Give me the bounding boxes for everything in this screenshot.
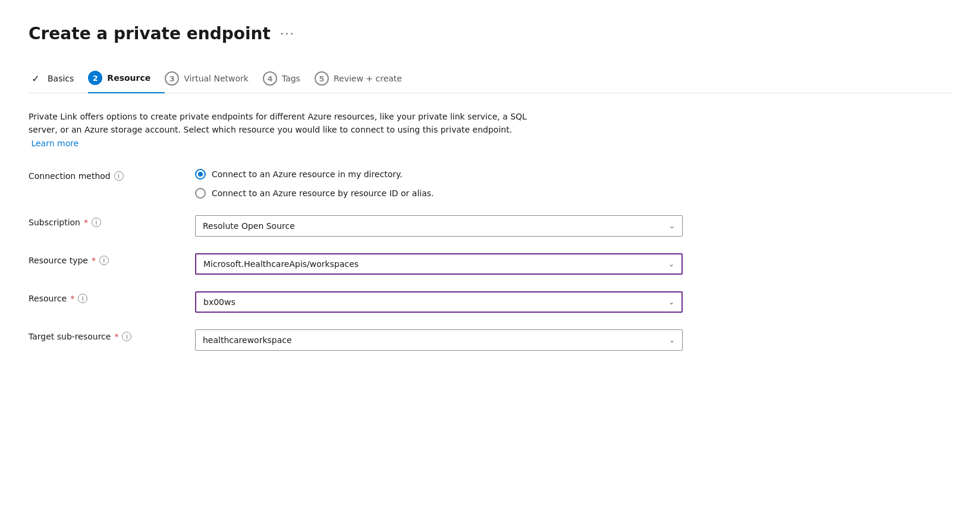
resource-chevron-icon: ⌄: [668, 298, 674, 306]
page-description: Private Link offers options to create pr…: [29, 110, 540, 150]
steps-navigation: ✓ Basics 2 Resource 3 Virtual Network 4 …: [29, 65, 951, 93]
description-text: Private Link offers options to create pr…: [29, 112, 527, 134]
step-review-create[interactable]: 5 Review + create: [315, 65, 416, 93]
resource-label: Resource: [29, 294, 67, 303]
subscription-chevron-icon: ⌄: [669, 222, 675, 230]
subscription-control: Resolute Open Source ⌄: [195, 215, 683, 237]
connection-method-info-icon[interactable]: i: [114, 171, 124, 181]
step-badge-basics: ✓: [29, 71, 43, 86]
connection-method-label-col: Connection method i: [29, 169, 195, 181]
radio-dot-directory: [198, 172, 203, 177]
subscription-select[interactable]: Resolute Open Source ⌄: [195, 215, 683, 237]
subscription-required-star: *: [84, 218, 88, 227]
radio-circle-directory: [195, 169, 206, 180]
step-label-basics: Basics: [48, 74, 74, 83]
radio-label-resource-id: Connect to an Azure resource by resource…: [212, 188, 434, 198]
subscription-value: Resolute Open Source: [203, 221, 295, 231]
resource-type-info-icon[interactable]: i: [99, 256, 109, 265]
resource-type-required-star: *: [92, 256, 96, 265]
step-label-review-create: Review + create: [334, 74, 402, 83]
subscription-row: Subscription * i Resolute Open Source ⌄: [29, 215, 683, 237]
learn-more-link[interactable]: Learn more: [31, 139, 78, 148]
resource-value: bx00ws: [203, 297, 235, 307]
resource-type-label-col: Resource type * i: [29, 253, 195, 265]
subscription-info-icon[interactable]: i: [92, 218, 101, 227]
target-sub-resource-select[interactable]: healthcareworkspace ⌄: [195, 329, 683, 351]
target-sub-resource-label-col: Target sub-resource * i: [29, 329, 195, 341]
step-label-virtual-network: Virtual Network: [184, 74, 249, 83]
radio-circle-resource-id: [195, 188, 206, 199]
resource-required-star: *: [70, 294, 74, 303]
step-label-tags: Tags: [282, 74, 300, 83]
target-sub-resource-row: Target sub-resource * i healthcareworksp…: [29, 329, 683, 351]
connection-method-label: Connection method: [29, 171, 111, 181]
radio-option-directory[interactable]: Connect to an Azure resource in my direc…: [195, 169, 683, 180]
subscription-label: Subscription: [29, 218, 80, 227]
page-title-row: Create a private endpoint ···: [29, 24, 951, 43]
step-tags[interactable]: 4 Tags: [263, 65, 315, 93]
target-sub-resource-label: Target sub-resource: [29, 332, 111, 341]
subscription-label-col: Subscription * i: [29, 215, 195, 227]
resource-type-control: Microsoft.HealthcareApis/workspaces ⌄: [195, 253, 683, 275]
resource-label-col: Resource * i: [29, 291, 195, 303]
step-virtual-network[interactable]: 3 Virtual Network: [165, 65, 263, 93]
page-title: Create a private endpoint: [29, 24, 271, 43]
step-badge-review-create: 5: [315, 71, 329, 86]
step-basics[interactable]: ✓ Basics: [29, 65, 88, 93]
connection-method-radio-group: Connect to an Azure resource in my direc…: [195, 169, 683, 199]
resource-form: Connection method i Connect to an Azure …: [29, 169, 683, 351]
target-sub-resource-value: healthcareworkspace: [203, 335, 292, 345]
connection-method-row: Connection method i Connect to an Azure …: [29, 169, 683, 199]
step-resource[interactable]: 2 Resource: [88, 65, 165, 93]
resource-type-row: Resource type * i Microsoft.HealthcareAp…: [29, 253, 683, 275]
radio-option-resource-id[interactable]: Connect to an Azure resource by resource…: [195, 188, 683, 199]
more-options-icon[interactable]: ···: [280, 27, 295, 41]
step-label-resource: Resource: [107, 73, 150, 83]
target-sub-resource-control: healthcareworkspace ⌄: [195, 329, 683, 351]
resource-type-label: Resource type: [29, 256, 88, 265]
resource-select[interactable]: bx00ws ⌄: [195, 291, 683, 313]
target-sub-resource-required-star: *: [114, 332, 118, 341]
step-badge-resource: 2: [88, 71, 102, 85]
resource-type-select[interactable]: Microsoft.HealthcareApis/workspaces ⌄: [195, 253, 683, 275]
resource-control: bx00ws ⌄: [195, 291, 683, 313]
resource-info-icon[interactable]: i: [78, 294, 87, 303]
target-sub-resource-chevron-icon: ⌄: [669, 336, 675, 344]
radio-label-directory: Connect to an Azure resource in my direc…: [212, 169, 403, 179]
resource-row: Resource * i bx00ws ⌄: [29, 291, 683, 313]
connection-method-control: Connect to an Azure resource in my direc…: [195, 169, 683, 199]
step-badge-tags: 4: [263, 71, 277, 86]
target-sub-resource-info-icon[interactable]: i: [122, 332, 131, 341]
resource-type-value: Microsoft.HealthcareApis/workspaces: [203, 259, 359, 269]
step-badge-virtual-network: 3: [165, 71, 179, 86]
resource-type-chevron-icon: ⌄: [668, 260, 674, 268]
